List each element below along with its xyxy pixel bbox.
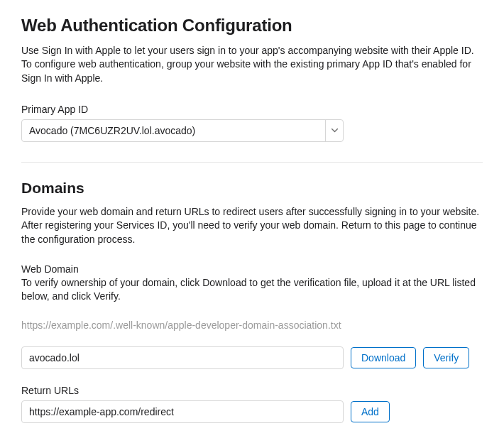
primary-app-id-select[interactable]: Avocado (7MC6UZR2UV.lol.avocado) xyxy=(21,119,344,142)
domains-description: Provide your web domain and return URLs … xyxy=(21,205,483,246)
page-intro: Use Sign In with Apple to let your users… xyxy=(21,44,483,85)
domain-association-url: https://example.com/.well-known/apple-de… xyxy=(21,319,483,331)
download-button[interactable]: Download xyxy=(351,347,416,368)
section-divider xyxy=(21,162,483,163)
page-title: Web Authentication Configuration xyxy=(21,16,483,35)
primary-app-id-label: Primary App ID xyxy=(21,104,483,115)
primary-app-id-value: Avocado (7MC6UZR2UV.lol.avocado) xyxy=(29,125,195,136)
add-button[interactable]: Add xyxy=(351,401,390,422)
web-domain-input[interactable] xyxy=(21,346,344,369)
web-domain-helper: To verify ownership of your domain, clic… xyxy=(21,276,483,304)
domains-heading: Domains xyxy=(21,180,483,197)
return-urls-label: Return URLs xyxy=(21,385,483,396)
verify-button[interactable]: Verify xyxy=(423,347,469,368)
return-url-input[interactable] xyxy=(21,400,344,423)
web-domain-label: Web Domain xyxy=(21,263,483,275)
